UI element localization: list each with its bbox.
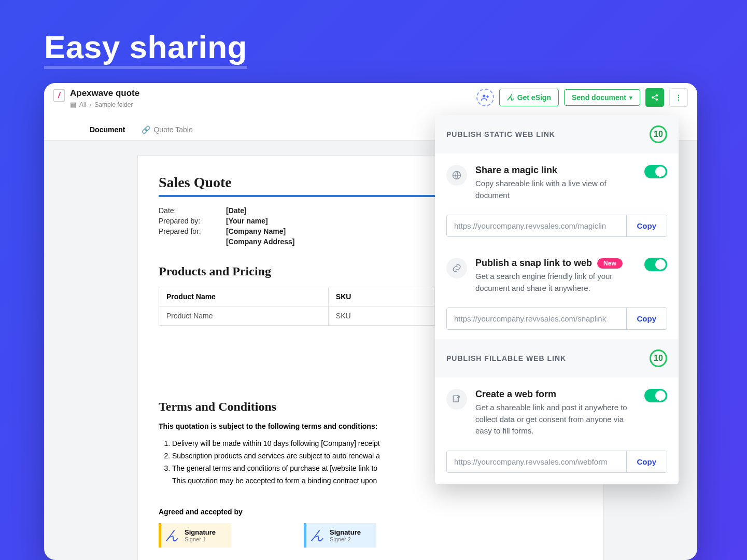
views-badge: 10 — [650, 349, 667, 367]
document-type-icon: / — [53, 89, 65, 102]
snap-link-desc: Get a search engine friendly link of you… — [475, 271, 636, 294]
views-badge: 10 — [650, 125, 667, 143]
snap-link-item: Publish a snap link to web New Get a sea… — [435, 246, 679, 299]
magic-link-row: Copy — [446, 215, 667, 237]
signature-icon: ん — [165, 526, 179, 544]
form-share-icon — [446, 389, 467, 410]
webform-title: Create a web form — [475, 389, 636, 400]
webform-toggle[interactable] — [644, 389, 667, 402]
magic-link-input[interactable] — [447, 215, 626, 236]
tab-quote-table[interactable]: 🔗 Quote Table — [133, 120, 201, 140]
magic-link-desc: Copy shareable link with a live view of … — [475, 178, 636, 201]
app-window: / Apexwave quote ▤ All › Sample folder ん… — [44, 83, 697, 560]
kebab-icon: ⋮ — [675, 93, 682, 102]
prepared-by-label: Prepared by: — [159, 217, 226, 225]
breadcrumb-folder[interactable]: Sample folder — [94, 101, 133, 108]
magic-link-title: Share a magic link — [475, 165, 636, 176]
svg-rect-5 — [453, 396, 458, 402]
new-badge: New — [597, 258, 623, 269]
webform-desc: Get a shareable link and post it anywher… — [475, 402, 636, 437]
webform-item: Create a web form Get a shareable link a… — [435, 377, 679, 442]
breadcrumb-root[interactable]: All — [79, 101, 86, 108]
hero-title: Easy sharing — [0, 0, 747, 65]
globe-icon — [446, 165, 467, 186]
tab-document[interactable]: Document — [81, 120, 133, 140]
snap-link-row: Copy — [446, 307, 667, 330]
webform-link-input[interactable] — [447, 451, 626, 472]
svg-point-0 — [483, 94, 485, 97]
webform-link-row: Copy — [446, 451, 667, 473]
send-document-button[interactable]: Send document ▾ — [564, 89, 640, 106]
get-esign-button[interactable]: ん Get eSign — [499, 89, 559, 106]
share-panel: PUBLISH STATIC WEB LINK 10 Share a magic… — [435, 115, 679, 484]
svg-point-1 — [652, 96, 654, 99]
signature-box-1[interactable]: ん Signature Signer 1 — [159, 523, 231, 548]
magic-link-copy-button[interactable]: Copy — [626, 215, 667, 236]
svg-point-2 — [656, 94, 658, 96]
document-title: Apexwave quote — [70, 88, 139, 99]
date-label: Date: — [159, 206, 226, 215]
snap-link-input[interactable] — [447, 308, 626, 329]
snap-link-copy-button[interactable]: Copy — [626, 308, 667, 329]
prepared-for-label: Prepared for: — [159, 227, 226, 235]
signature-box-2[interactable]: ん Signature Signer 2 — [304, 523, 376, 548]
signature-icon: ん — [507, 93, 514, 102]
th-sku: SKU — [328, 287, 434, 306]
breadcrumb-separator: › — [89, 101, 91, 108]
folder-icon: ▤ — [70, 101, 76, 108]
signature-icon: ん — [311, 526, 325, 544]
link-icon: 🔗 — [142, 125, 150, 134]
share-button[interactable] — [645, 88, 664, 107]
svg-point-3 — [656, 99, 658, 101]
snap-link-title: Publish a snap link to web New — [475, 258, 636, 269]
section-static-link: PUBLISH STATIC WEB LINK 10 — [435, 115, 679, 153]
chevron-down-icon: ▾ — [629, 94, 632, 101]
more-options-button[interactable]: ⋮ — [669, 88, 688, 107]
agreed-label: Agreed and accepted by — [159, 508, 583, 516]
webform-copy-button[interactable]: Copy — [626, 451, 667, 472]
section-fillable-link: PUBLISH FILLABLE WEB LINK 10 — [435, 339, 679, 377]
magic-link-toggle[interactable] — [644, 165, 667, 178]
breadcrumb[interactable]: ▤ All › Sample folder — [70, 101, 139, 108]
th-product: Product Name — [159, 287, 329, 306]
link-icon — [446, 258, 467, 278]
magic-link-item: Share a magic link Copy shareable link w… — [435, 153, 679, 206]
snap-link-toggle[interactable] — [644, 258, 667, 271]
add-collaborator-button[interactable] — [476, 89, 494, 106]
share-icon — [651, 93, 659, 102]
